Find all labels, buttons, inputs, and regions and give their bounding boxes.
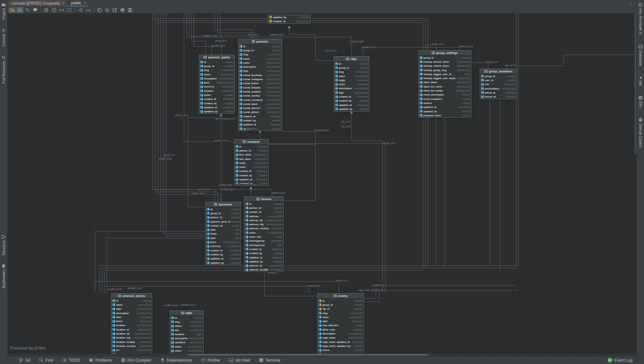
todo-list-icon <box>62 358 67 362</box>
edge-label: updated_by.id <box>458 45 473 48</box>
edge-label: partner_id.id <box>246 129 260 131</box>
tool-button-project[interactable]: Project <box>1 3 6 19</box>
export-icon <box>112 8 117 12</box>
edge-label: user_id.id <box>504 64 515 66</box>
project-icon <box>1 3 6 7</box>
elm-icon <box>121 358 125 362</box>
edge-label: created_by.id <box>191 192 205 195</box>
search-icon <box>39 358 43 362</box>
horizontal-scrollbar-thumb[interactable] <box>188 354 429 356</box>
vertical-scrollbar-thumb[interactable] <box>635 13 636 154</box>
terminal-icon <box>259 358 263 362</box>
event-log-badge-icon: 9+ <box>607 358 612 363</box>
tool-button-key-promoter-x[interactable]: Key Promoter X <box>638 3 643 35</box>
tool-button-label: Database <box>639 50 643 66</box>
export-button[interactable] <box>111 7 118 13</box>
elm-icon <box>638 96 643 100</box>
actual-size-button[interactable]: 1:1 <box>58 7 65 13</box>
statusbar-find[interactable]: Find <box>39 358 53 363</box>
save-icon <box>128 8 132 12</box>
copy-diagram-button[interactable] <box>96 7 103 13</box>
edge-label: cfp_id.id <box>341 120 350 123</box>
tool-button-structure[interactable]: Structure <box>1 235 6 255</box>
statusbar-label: Find <box>45 358 53 363</box>
edge-label: updated_by.id <box>180 304 196 306</box>
statusbar-dependencies[interactable]: Dependencies <box>160 358 193 363</box>
statusbar-label: Event Log <box>614 358 633 363</box>
statusbar-todo[interactable]: TODO <box>62 358 80 363</box>
toolbar-separator <box>75 8 75 12</box>
tool-button-sbt[interactable]: sbt <box>639 76 643 86</box>
statusbar-label: Elm Compiler <box>127 358 152 363</box>
zoom-in-button[interactable] <box>43 7 50 13</box>
edit-properties-button[interactable] <box>103 7 111 13</box>
toolbar-separator <box>41 8 41 12</box>
tool-button-label: Bookmarks <box>2 270 6 288</box>
print-button[interactable] <box>119 7 126 13</box>
tool-button-elm[interactable]: Elm <box>638 96 643 108</box>
edge-label: created_by.id <box>350 40 364 43</box>
tool-button-label: Key Promoter X <box>639 8 643 35</box>
statusbar-terminal[interactable]: Terminal <box>259 358 280 363</box>
close-icon[interactable]: × <box>84 1 86 5</box>
layout-button[interactable] <box>77 7 84 13</box>
statusbar-label: Dependencies <box>167 358 193 363</box>
tool-button-bookmarks[interactable]: Bookmarks <box>2 264 6 288</box>
edge-label: cfp_id.id <box>341 125 351 128</box>
edge-label: group_id.id <box>198 188 210 190</box>
edge-label: updated_by.id <box>270 192 285 194</box>
tool-button-label: sbt <box>639 81 643 86</box>
statusbar-profiler[interactable]: Profiler <box>201 358 220 363</box>
save-button[interactable] <box>126 7 134 13</box>
statusbar-event-log[interactable]: 9+Event Log <box>607 358 633 363</box>
git-branch-icon <box>19 358 23 363</box>
show-keys-button[interactable] <box>24 7 31 13</box>
statusbar-git[interactable]: Git <box>19 358 30 363</box>
diagram-structure-toggle[interactable] <box>8 7 16 13</box>
statusbar-right: 9+Event Log <box>607 358 633 363</box>
edge-label: orga_notes_updated_by.id <box>358 289 386 291</box>
statusbar-label: TODO <box>69 358 80 363</box>
edge-label: updated_by.id <box>127 287 142 289</box>
edge-label: updated_by.id <box>314 129 329 131</box>
edge-label: group_id.id <box>431 43 444 45</box>
problems-icon <box>89 358 93 362</box>
more-icon[interactable]: ⋮ <box>626 0 637 6</box>
statusbar-problems[interactable]: Problems <box>89 358 112 363</box>
edge-label: created_by.id <box>107 288 122 290</box>
tool-button-commit[interactable]: Commit <box>1 28 6 47</box>
zoom-in-icon <box>44 8 49 12</box>
diagram-columns-toggle[interactable] <box>16 7 23 13</box>
right-tool-strip: Key Promoter XDatabasesbtElmGitHub Copil… <box>637 0 644 364</box>
statusbar-elm-compiler[interactable]: Elm Compiler <box>121 358 152 363</box>
fit-content-button[interactable] <box>66 7 73 13</box>
tool-button-pull-requests[interactable]: Pull Requests <box>1 55 6 84</box>
tool-button-label: Elm <box>639 101 643 108</box>
apply-layout-button[interactable] <box>85 7 92 13</box>
vertical-scrollbar <box>634 13 637 354</box>
close-icon[interactable]: × <box>62 1 64 6</box>
structure-icon <box>1 235 6 239</box>
edge-label: contact_id.id <box>233 184 247 186</box>
zoom-out-button[interactable] <box>50 7 58 13</box>
dependencies-icon <box>160 358 165 362</box>
sbt-icon <box>229 358 233 362</box>
show-comments-button[interactable] <box>32 7 39 13</box>
statusbar-sbt-shell[interactable]: sbt shell <box>229 358 250 363</box>
statusbar-label: Profiler <box>208 358 220 363</box>
table-key-icon <box>10 8 15 12</box>
profiler-icon <box>201 358 206 362</box>
zoom-out-icon <box>52 8 56 12</box>
diagram-canvas[interactable]: updated_bychar(36)location_idvarchar(150… <box>7 13 637 356</box>
bookmark-icon <box>2 264 5 268</box>
tool-button-database[interactable]: Database <box>639 45 643 66</box>
edit-lines-icon <box>105 8 109 12</box>
edge-label: sponsor_pack_id.id <box>215 117 235 120</box>
tab-console-prod-gospeak[interactable]: console [[PROD] Gospeak]× <box>7 0 67 6</box>
tab-public[interactable]: public× <box>67 0 88 6</box>
tool-button-label: Commit <box>2 34 6 47</box>
edge-label: group_id.id <box>335 279 348 282</box>
tool-button-github-copilot[interactable]: GitHub Copilot <box>638 118 643 147</box>
yfiles-watermark: Powered by yFiles <box>10 346 46 351</box>
tab-label: public <box>71 1 81 5</box>
